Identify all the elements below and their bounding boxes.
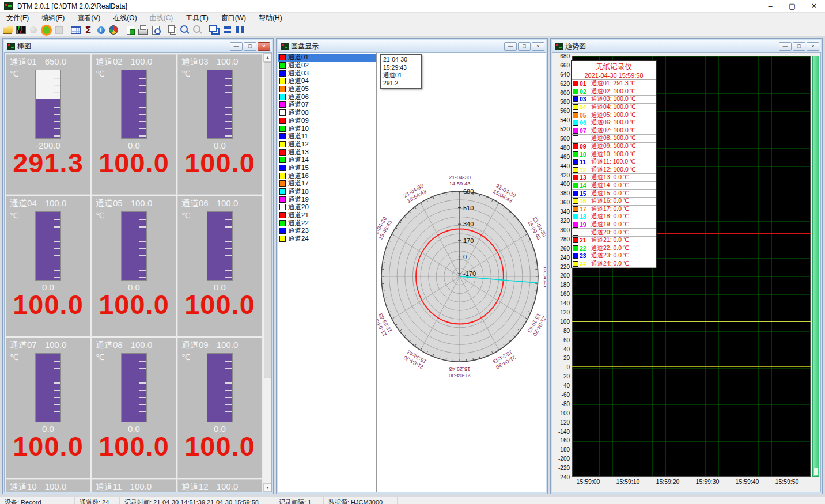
channel-list-item[interactable]: 通道03 — [278, 69, 376, 77]
legend-channel-value: 通道09: 100.0 ℃ — [591, 142, 635, 150]
channel-color-chip — [279, 70, 286, 77]
trend-minimize-button[interactable]: — — [779, 42, 792, 51]
export-icon[interactable] — [124, 24, 137, 36]
bar-gauge-cell: 通道12 100.0 ℃ 0.0 100.0 — [177, 479, 262, 492]
menu-item[interactable]: 帮助(H) — [252, 13, 289, 24]
minimize-button[interactable]: – — [759, 0, 781, 12]
legend-row: 15 通道15: 0.0 ℃ — [572, 190, 656, 198]
bar-track — [35, 70, 61, 139]
channel-value: 100.0 — [6, 289, 90, 320]
scroll-up-icon[interactable]: ▲ — [263, 53, 272, 62]
y-axis-tick: 400 — [552, 181, 570, 187]
unit-label: ℃ — [96, 69, 105, 78]
menu-item[interactable]: 曲线(C) — [143, 13, 180, 24]
zoom-out-icon[interactable] — [191, 24, 204, 36]
channel-list-item[interactable]: 通道15 — [278, 164, 376, 172]
y-axis-tick: -100 — [552, 410, 570, 416]
channel-list-item[interactable]: 通道22 — [278, 219, 376, 227]
legend-channel-value: 通道11: 100.0 ℃ — [591, 158, 635, 166]
channel-list-item[interactable]: 通道05 — [278, 85, 376, 93]
tile-vertical-icon[interactable] — [233, 24, 246, 36]
channel-list-item[interactable]: 通道21 — [278, 211, 376, 219]
cascade-windows-icon[interactable] — [208, 24, 221, 36]
channel-list-item[interactable]: 通道13 — [278, 148, 376, 156]
record-pause-icon[interactable] — [27, 24, 40, 36]
menu-item[interactable]: 工具(T) — [179, 13, 214, 24]
legend-channel-value: 通道23: 0.0 ℃ — [591, 252, 629, 260]
statistics-icon[interactable]: Σ — [82, 24, 94, 36]
scroll-thumb[interactable] — [264, 62, 271, 378]
disc-close-button[interactable]: × — [532, 42, 544, 51]
channel-list-item[interactable]: 通道24 — [278, 235, 376, 243]
channel-list-item[interactable]: 通道12 — [278, 141, 376, 149]
channel-label: 通道11 — [96, 482, 122, 492]
realtime-monitor-icon[interactable] — [14, 24, 27, 36]
bar-gauge-cell: 通道02 100.0 ℃ 0.0 100.0 — [92, 54, 176, 195]
trend-close-button[interactable]: × — [807, 42, 819, 51]
channel-list-item[interactable]: 通道01 — [278, 54, 376, 62]
record-stop-icon[interactable] — [52, 24, 65, 36]
bar-restore-button[interactable]: □ — [244, 42, 256, 51]
maximize-button[interactable]: ▢ — [781, 0, 803, 12]
trend-scroll-thumb[interactable] — [813, 468, 818, 475]
menu-item[interactable]: 窗口(W) — [215, 13, 252, 24]
bar-grid: 通道01 650.0 ℃ -200.0 291.3 — [6, 54, 263, 492]
channel-list-item[interactable]: 通道10 — [278, 124, 376, 132]
menu-item[interactable]: 编辑(E) — [35, 13, 71, 24]
channel-color-chip — [279, 101, 286, 108]
toolbar: Σ — [0, 24, 825, 37]
legend-channel-value: 通道06: 100.0 ℃ — [591, 119, 635, 127]
menu-item[interactable]: 文件(F) — [0, 13, 35, 24]
toolbar-separator[interactable] — [162, 24, 166, 36]
channel-list-item[interactable]: 通道02 — [278, 62, 376, 70]
legend-row: 08 通道08: 100.0 ℃ — [572, 135, 656, 143]
bar-minimize-button[interactable]: — — [230, 42, 243, 51]
channel-label: 通道06 — [181, 198, 209, 209]
tile-horizontal-icon[interactable] — [221, 24, 233, 36]
legend-color-chip — [573, 143, 578, 149]
toolbar-separator[interactable] — [65, 24, 69, 36]
scroll-down-icon[interactable]: ▼ — [263, 483, 272, 492]
close-button[interactable]: ✕ — [803, 0, 825, 12]
zoom-icon[interactable] — [179, 24, 191, 36]
copy-icon[interactable] — [166, 24, 179, 36]
toolbar-separator[interactable] — [120, 24, 124, 36]
info-icon[interactable] — [94, 24, 107, 36]
channel-list-item[interactable]: 通道19 — [278, 195, 376, 203]
pie-chart-icon[interactable] — [107, 24, 120, 36]
channel-list-item[interactable]: 通道04 — [278, 77, 376, 85]
trend-scrollbar[interactable] — [812, 56, 819, 477]
disc-minimize-button[interactable]: — — [504, 42, 517, 51]
x-axis-tick: 15:59:10 — [616, 478, 640, 485]
channel-list-item[interactable]: 通道20 — [278, 203, 376, 211]
channel-list-item[interactable]: 通道07 — [278, 101, 376, 109]
channel-list-item[interactable]: 通道11 — [278, 132, 376, 141]
y-axis-tick: 80 — [552, 328, 570, 334]
channel-list-item[interactable]: 通道14 — [278, 156, 376, 164]
bar-scrollbar[interactable]: ▲ ▼ — [263, 53, 271, 492]
channel-list-item[interactable]: 通道23 — [278, 227, 376, 235]
bar-close-button[interactable]: × — [258, 42, 270, 51]
legend-row: 02 通道02: 100.0 ℃ — [572, 88, 656, 96]
channel-list-item[interactable]: 通道08 — [278, 109, 376, 117]
channel-list-item[interactable]: 通道16 — [278, 172, 376, 180]
data-table-icon[interactable] — [69, 24, 82, 36]
menu-item[interactable]: 查看(V) — [71, 13, 107, 24]
channel-list-item[interactable]: 通道06 — [278, 93, 376, 101]
disc-restore-button[interactable]: □ — [518, 42, 531, 51]
disc-window-titlebar[interactable]: 圆盘显示 — □ × — [278, 40, 546, 52]
menu-item[interactable]: 在线(O) — [107, 13, 143, 24]
record-start-icon[interactable] — [40, 24, 52, 36]
toolbar-separator[interactable] — [204, 24, 208, 36]
print-preview-icon[interactable] — [149, 24, 162, 36]
legend-channel-value: 通道04: 100.0 ℃ — [591, 103, 635, 111]
trend-window-titlebar[interactable]: 趋势图 — □ × — [552, 40, 821, 52]
channel-list-item[interactable]: 通道18 — [278, 188, 376, 196]
channel-list-item[interactable]: 通道09 — [278, 117, 376, 125]
trend-restore-button[interactable]: □ — [793, 42, 805, 51]
print-icon[interactable] — [137, 24, 149, 36]
bar-window-titlebar[interactable]: 棒图 — □ × — [4, 40, 272, 52]
legend-color-chip — [573, 120, 578, 126]
open-file-icon[interactable] — [2, 24, 14, 36]
channel-list-item[interactable]: 通道17 — [278, 180, 376, 188]
